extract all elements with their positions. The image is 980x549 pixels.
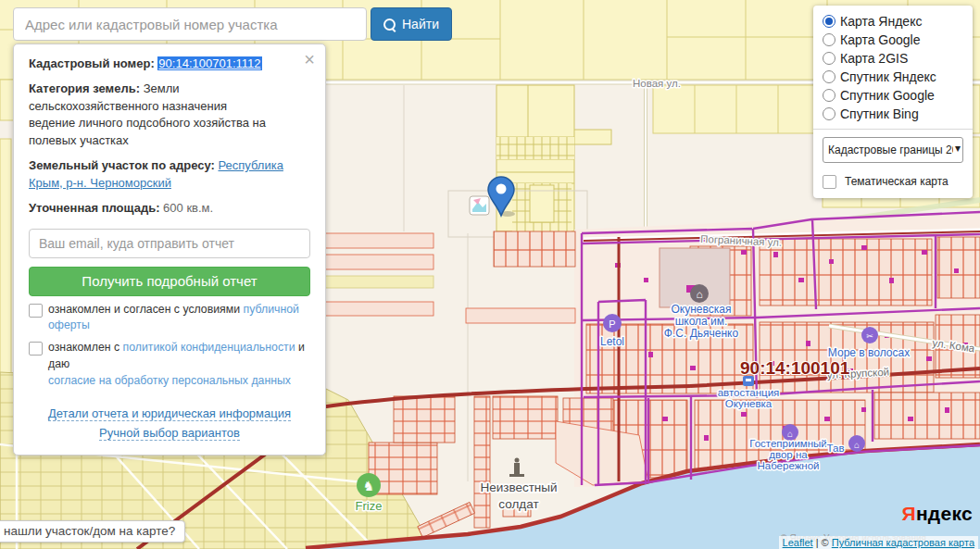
pkk-attribution-link[interactable]: Публичная кадастровая карта bbox=[832, 537, 974, 548]
radio-icon bbox=[823, 89, 836, 102]
layer-option-google-map[interactable]: Карта Google bbox=[823, 32, 963, 47]
svg-text:солдат: солдат bbox=[498, 497, 538, 511]
bus-station-icon-window bbox=[746, 379, 751, 381]
email-field[interactable] bbox=[29, 229, 310, 258]
attribution-bar: Leaflet | © Публичная кадастровая карта bbox=[779, 536, 978, 549]
search-bar: Найти bbox=[13, 7, 452, 41]
search-input[interactable] bbox=[13, 7, 367, 41]
layer-option-google-satellite[interactable]: Спутник Google bbox=[823, 88, 963, 103]
thematic-map-row: Тематическая карта bbox=[823, 173, 963, 189]
card-footer-links: Детали отчета и юридическая информация Р… bbox=[29, 405, 310, 443]
thematic-map-checkbox[interactable] bbox=[823, 175, 836, 189]
map-help-tooltip[interactable]: нашли участок/дом на карте? bbox=[0, 520, 185, 543]
hair-salon-label: Море в волосах bbox=[828, 346, 910, 359]
radio-icon bbox=[823, 107, 836, 120]
search-button-label: Найти bbox=[402, 17, 439, 31]
cadastral-number-label: Кадастровый номер: bbox=[29, 56, 155, 70]
leaflet-link[interactable]: Leaflet bbox=[783, 537, 813, 548]
svg-text:Ф.С. Дьяченко: Ф.С. Дьяченко bbox=[664, 327, 739, 340]
privacy-policy-link[interactable]: политикой конфиденциальности bbox=[123, 341, 295, 354]
privacy-consent-row: ознакомлен с политикой конфиденциальност… bbox=[29, 340, 310, 389]
search-icon bbox=[383, 19, 396, 31]
report-details-link[interactable]: Детали отчета и юридическая информация bbox=[48, 406, 291, 421]
school-icon-glyph: ⌂ bbox=[696, 288, 702, 301]
cadastral-borders-select[interactable]: Кадастровые границы 2024 ▾ bbox=[823, 137, 963, 163]
address-label: Земельный участок по адресу: bbox=[29, 158, 215, 172]
quarter-number-label: 90:14:100101 bbox=[740, 358, 850, 378]
guest-house-icon-glyph: ⌂ bbox=[787, 429, 793, 439]
close-icon[interactable]: × bbox=[304, 50, 315, 69]
layers-panel: Карта Яндекс Карта Google Карта 2GIS Спу… bbox=[813, 6, 973, 198]
offer-consent-checkbox[interactable] bbox=[29, 304, 43, 318]
bus-station-label: автостанция bbox=[718, 387, 780, 398]
offer-consent-text: ознакомлен и согласен с условиями bbox=[48, 303, 240, 316]
letol-icon-glyph: P bbox=[609, 318, 615, 330]
yandex-logo: Яндекс bbox=[901, 503, 973, 525]
thematic-map-label: Тематическая карта bbox=[845, 175, 949, 188]
privacy-consent-checkbox[interactable] bbox=[29, 342, 43, 356]
layer-option-yandex-map[interactable]: Карта Яндекс bbox=[823, 14, 963, 29]
radio-icon bbox=[823, 15, 836, 28]
letol-label: Letol bbox=[600, 335, 624, 348]
panel-divider bbox=[813, 129, 973, 130]
tavern-label: Тав bbox=[826, 443, 844, 454]
svg-text:двор на: двор на bbox=[769, 449, 808, 460]
personal-data-link[interactable]: согласие на обработку персональных данны… bbox=[48, 373, 310, 390]
svg-text:Окуневка: Окуневка bbox=[725, 398, 773, 409]
parcel-info-card: × Кадастровый номер: 90:14:100701:1112 К… bbox=[13, 44, 326, 455]
frize-label: Frize bbox=[356, 499, 383, 513]
search-button[interactable]: Найти bbox=[371, 7, 452, 41]
layer-option-2gis-map[interactable]: Карта 2GIS bbox=[823, 51, 963, 66]
land-use-value: ведение личного подсобного хозяйства на … bbox=[29, 115, 310, 149]
svg-text:Набережной: Набережной bbox=[757, 460, 819, 471]
cadastral-number-link[interactable]: 90:14:100701:1112 bbox=[157, 56, 261, 70]
radio-icon bbox=[823, 52, 836, 65]
area-label: Уточненная площадь: bbox=[29, 201, 159, 215]
get-report-button[interactable]: Получить подробный отчет bbox=[29, 267, 310, 296]
photo-icon[interactable] bbox=[470, 196, 489, 215]
guest-house-label: Гостеприимный bbox=[749, 438, 827, 449]
hair-salon-icon-glyph: ✂ bbox=[866, 331, 873, 341]
manual-select-link[interactable]: Ручной выбор вариантов bbox=[99, 426, 240, 441]
monument-label: Неизвестный bbox=[480, 480, 557, 494]
area-value: 600 кв.м. bbox=[163, 201, 213, 215]
frize-icon-glyph: ♞ bbox=[363, 479, 375, 493]
tavern-icon-glyph: ⌂ bbox=[854, 440, 860, 450]
public-cadastral-map-app: Новая ул. Пограничная ул. ул. Крупской у… bbox=[0, 0, 980, 549]
layer-option-bing-satellite[interactable]: Спутник Bing bbox=[823, 106, 963, 121]
privacy-consent-text: ознакомлен с bbox=[48, 341, 119, 354]
offer-consent-row: ознакомлен и согласен с условиями публич… bbox=[29, 302, 310, 335]
street-novaya: Новая ул. bbox=[633, 78, 681, 89]
chevron-down-icon: ▾ bbox=[953, 142, 961, 155]
radio-icon bbox=[823, 70, 836, 83]
svg-text:школа им.: школа им. bbox=[675, 315, 728, 328]
radio-icon bbox=[823, 33, 836, 46]
layer-option-yandex-satellite[interactable]: Спутник Яндекс bbox=[823, 69, 963, 84]
land-category-label: Категория земель: bbox=[29, 81, 140, 95]
school-label: Окуневская bbox=[672, 303, 732, 316]
